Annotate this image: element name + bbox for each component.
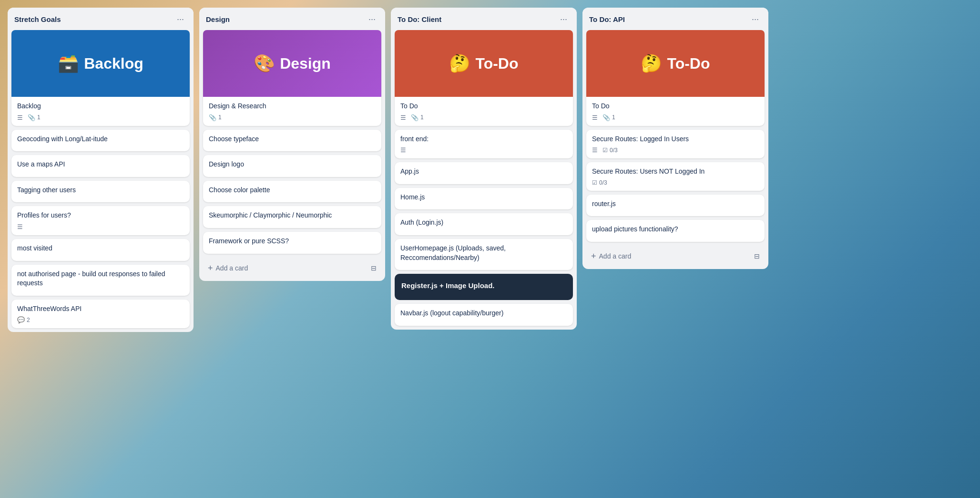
card-title: WhatThreeWords API: [17, 304, 184, 314]
card-profiles[interactable]: Profiles for users?☰: [11, 206, 190, 235]
card-title: Skeumorphic / Claymorphic / Neumorphic: [209, 211, 376, 220]
meta-lines: ☰: [400, 146, 406, 154]
card-title: Design & Research: [209, 102, 376, 111]
attachment-count: 1: [420, 114, 424, 121]
add-card-button[interactable]: +Add a card⊟: [203, 259, 381, 277]
card-whatthreewords[interactable]: WhatThreeWords API💬2: [11, 300, 190, 329]
comment-count: 2: [27, 317, 30, 323]
cover-emoji: 🤔: [449, 53, 470, 73]
card-skeumorphic[interactable]: Skeumorphic / Claymorphic / Neumorphic: [203, 206, 381, 228]
column-menu-button[interactable]: ···: [557, 13, 570, 25]
card-meta: ☰☑0/3: [592, 146, 759, 154]
card-meta: ☰📎1: [400, 114, 567, 121]
card-title: Navbar.js (logout capability/burger): [400, 309, 567, 318]
meta-lines: ☰: [17, 223, 23, 230]
meta-lines: ☰: [17, 114, 23, 121]
card-meta: ☰📎1: [592, 114, 759, 121]
card-color-palette[interactable]: Choose color palette: [203, 181, 381, 203]
card-most-visited[interactable]: most visited: [11, 239, 190, 261]
checkbox-icon: ☑: [592, 179, 597, 186]
attachment-count: 1: [612, 114, 615, 121]
card-homejs[interactable]: Home.js: [395, 188, 573, 210]
checklist-count: 0/3: [599, 179, 607, 186]
card-navbarjs[interactable]: Navbar.js (logout capability/burger): [395, 304, 573, 326]
card-userhomepage[interactable]: UserHomepage.js (Uploads, saved, Reccome…: [395, 239, 573, 270]
card-title: Profiles for users?: [17, 211, 184, 220]
card-choose-typeface[interactable]: Choose typeface: [203, 130, 381, 152]
column-stretch-goals: Stretch Goals···🗃️BacklogBacklog☰📎1Geoco…: [8, 8, 194, 332]
meta-checklist: ☑0/3: [602, 147, 618, 154]
card-tagging[interactable]: Tagging other users: [11, 181, 190, 203]
card-authjs[interactable]: Auth (Login.js): [395, 213, 573, 235]
card-secure-routes-not-logged-in[interactable]: Secure Routes: Users NOT Logged In☑0/3: [586, 162, 765, 191]
column-title: To Do: Client: [398, 15, 441, 23]
template-icon[interactable]: ⊟: [371, 264, 377, 272]
card-meta: 💬2: [17, 316, 184, 323]
column-menu-button[interactable]: ···: [366, 13, 378, 25]
column-design: Design···🎨DesignDesign & Research📎1Choos…: [199, 8, 385, 281]
card-meta: 📎1: [209, 114, 376, 121]
lines-icon: ☰: [592, 114, 598, 121]
card-meta: ☰: [400, 146, 567, 154]
card-cover: 🎨Design: [203, 30, 381, 97]
column-header: Stretch Goals···: [8, 8, 194, 30]
add-card-button[interactable]: +Add a card⊟: [586, 248, 765, 265]
column-menu-button[interactable]: ···: [174, 13, 187, 25]
cards-container: 🤔To-DoTo Do☰📎1Secure Routes: Logged In U…: [582, 30, 768, 246]
card-maps-api[interactable]: Use a maps API: [11, 155, 190, 177]
meta-attachments: 📎1: [209, 114, 222, 121]
card-geocoding[interactable]: Geocoding with Long/Lat-itude: [11, 130, 190, 152]
card-routerjs[interactable]: router.js: [586, 195, 765, 217]
meta-attachments: 📎1: [411, 114, 424, 121]
card-upload-pictures[interactable]: upload pictures functionality?: [586, 220, 765, 242]
card-title: Geocoding with Long/Lat-itude: [17, 135, 184, 144]
lines-icon: ☰: [17, 223, 23, 230]
board: Stretch Goals···🗃️BacklogBacklog☰📎1Geoco…: [8, 8, 972, 490]
attachment-icon: 📎: [411, 114, 419, 121]
meta-checklist: ☑0/3: [592, 179, 607, 186]
column-header: To Do: API···: [582, 8, 768, 30]
column-title: To Do: API: [589, 15, 625, 23]
card-design-logo[interactable]: Design logo: [203, 155, 381, 177]
attachment-count: 1: [37, 114, 41, 121]
card-title: Use a maps API: [17, 160, 184, 169]
card-todo-api-card[interactable]: 🤔To-DoTo Do☰📎1: [586, 30, 765, 126]
cover-text: To-Do: [475, 55, 518, 73]
card-title: Framework or pure SCSS?: [209, 237, 376, 246]
card-appjs[interactable]: App.js: [395, 162, 573, 184]
add-icon: +: [591, 251, 596, 261]
card-title: not authorised page - build out response…: [17, 270, 184, 288]
column-todo-api: To Do: API···🤔To-DoTo Do☰📎1Secure Routes…: [582, 8, 768, 269]
card-frontend[interactable]: front end:☰: [395, 130, 573, 159]
column-menu-button[interactable]: ···: [749, 13, 762, 25]
card-todo-client-card[interactable]: 🤔To-DoTo Do☰📎1: [395, 30, 573, 126]
column-header: Design···: [199, 8, 385, 30]
card-title: To Do: [400, 102, 567, 111]
meta-attachments: 📎1: [28, 114, 41, 121]
card-cover: 🤔To-Do: [395, 30, 573, 97]
card-secure-routes-logged-in[interactable]: Secure Routes: Logged In Users☰☑0/3: [586, 130, 765, 159]
card-dark[interactable]: Register.js + Image Upload.: [395, 274, 573, 300]
card-framework-scss[interactable]: Framework or pure SCSS?: [203, 232, 381, 254]
card-title: Auth (Login.js): [400, 218, 567, 228]
add-card-label: Add a card: [216, 264, 248, 272]
add-card-label: Add a card: [599, 252, 632, 260]
card-title: Tagging other users: [17, 186, 184, 195]
template-icon[interactable]: ⊟: [754, 252, 760, 260]
card-title: App.js: [400, 167, 567, 176]
column-header: To Do: Client···: [391, 8, 577, 30]
card-not-authorised[interactable]: not authorised page - build out response…: [11, 265, 190, 296]
card-design-research[interactable]: 🎨DesignDesign & Research📎1: [203, 30, 381, 126]
lines-icon: ☰: [400, 114, 406, 121]
card-backlog[interactable]: 🗃️BacklogBacklog☰📎1: [11, 30, 190, 126]
card-cover: 🤔To-Do: [586, 30, 765, 97]
meta-attachments: 📎1: [602, 114, 615, 121]
lines-icon: ☰: [592, 146, 598, 154]
add-card-left: +Add a card: [591, 251, 631, 261]
attachment-count: 1: [218, 114, 222, 121]
meta-lines: ☰: [400, 114, 406, 121]
column-title: Stretch Goals: [14, 15, 61, 23]
column-todo-client: To Do: Client···🤔To-DoTo Do☰📎1front end:…: [391, 8, 577, 330]
card-title: Backlog: [17, 102, 184, 111]
card-title: router.js: [592, 199, 759, 209]
